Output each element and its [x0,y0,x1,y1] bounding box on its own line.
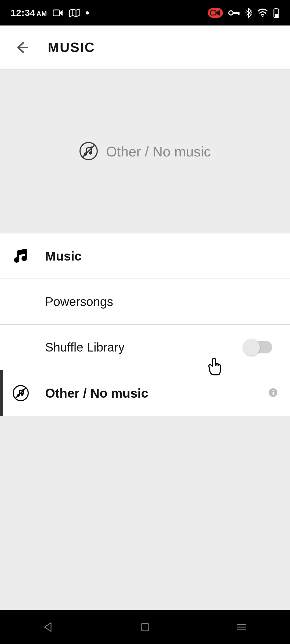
page-title: MUSIC [48,40,95,55]
current-selection-hero: Other / No music [0,70,290,233]
status-right [208,8,279,18]
svg-line-23 [16,388,26,398]
arrow-left-icon [14,40,29,55]
square-home-icon [140,622,150,632]
status-dot-icon [86,11,89,14]
bluetooth-icon [245,8,252,18]
svg-point-9 [251,12,252,13]
svg-rect-13 [275,14,278,17]
svg-rect-0 [53,10,60,16]
empty-area [0,416,290,644]
screen-record-icon [208,8,223,18]
shuffle-toggle[interactable] [244,341,272,353]
nav-recents-button[interactable] [228,616,255,638]
vpn-key-icon [228,10,240,16]
row-other-no-music[interactable]: Other / No music [0,370,290,416]
svg-point-5 [229,11,233,15]
svg-rect-12 [275,8,277,9]
music-note-icon [12,248,45,264]
svg-point-16 [89,151,92,155]
status-time: 12:34AM [11,8,47,18]
row-music-label: Music [45,249,278,264]
row-other-label: Other / No music [45,386,263,401]
svg-rect-25 [273,392,274,395]
status-time-value: 12:34 [11,8,35,18]
status-left: 12:34AM [11,8,89,18]
app-bar: MUSIC [0,25,290,70]
svg-point-22 [21,393,23,396]
svg-point-10 [262,16,263,17]
back-button[interactable] [12,38,31,57]
no-music-icon [12,385,45,401]
svg-line-17 [83,145,94,157]
status-bar: 12:34AM [0,0,290,25]
music-options-list: Music Powersongs Shuffle Library Other /… [0,233,290,416]
map-icon [69,9,80,17]
svg-point-18 [14,257,19,263]
row-music[interactable]: Music [0,233,290,279]
svg-point-19 [21,256,27,261]
status-ampm: AM [37,10,47,17]
row-shuffle-library[interactable]: Shuffle Library [0,325,290,370]
nav-back-button[interactable] [35,616,62,638]
info-icon[interactable] [269,388,278,398]
recents-icon [236,623,247,631]
toggle-knob [243,339,260,356]
row-powersongs-label: Powersongs [45,294,278,309]
svg-rect-3 [208,8,223,18]
no-music-icon [79,142,98,162]
svg-rect-7 [238,12,240,15]
row-powersongs[interactable]: Powersongs [0,279,290,325]
nav-home-button[interactable] [132,616,158,638]
video-icon [53,9,63,17]
triangle-back-icon [43,622,54,632]
current-selection-label: Other / No music [106,144,211,160]
row-shuffle-label: Shuffle Library [45,340,244,354]
svg-rect-27 [141,623,149,631]
system-nav-bar [0,610,290,644]
svg-rect-26 [273,390,274,391]
svg-point-8 [245,12,247,13]
wifi-icon [257,9,268,17]
battery-icon [273,8,279,18]
